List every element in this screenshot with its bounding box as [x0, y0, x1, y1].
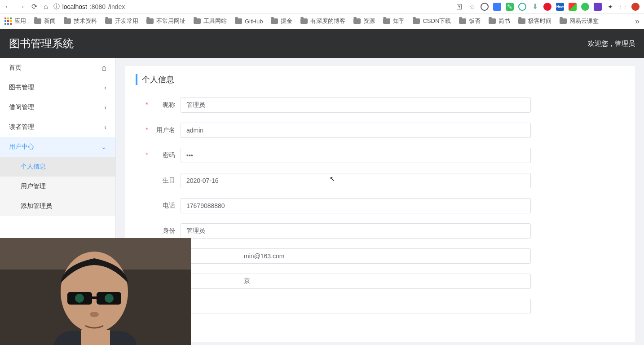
label-role: 身份	[136, 227, 181, 235]
label-nick: 昵称	[136, 101, 181, 109]
app-title: 图书管理系统	[9, 36, 74, 51]
phone-input[interactable]	[181, 198, 531, 213]
download-icon[interactable]: ⬇	[531, 3, 539, 11]
welcome-text: 欢迎您，管理员	[588, 40, 635, 48]
label-phone: 电话	[136, 202, 181, 210]
bookmark-blogs[interactable]: 有深度的博客	[300, 17, 345, 25]
bookmark-tools[interactable]: 工具网站	[194, 17, 227, 25]
info-icon: ⓘ	[53, 3, 60, 11]
bookmark-csdn[interactable]: CSDN下载	[413, 17, 451, 25]
main-content: 个人信息 昵称 用户名 密码 生日 电话 身份	[116, 58, 644, 345]
nick-input[interactable]	[181, 97, 531, 113]
chevron-left-icon: ‹	[104, 84, 106, 91]
role-input[interactable]	[181, 223, 531, 239]
reload-icon[interactable]: ⟳	[31, 3, 37, 10]
bookmark-juejin[interactable]: 掘金	[271, 17, 292, 25]
chevron-left-icon: ‹	[104, 124, 106, 131]
bookmark-dev[interactable]: 开发常用	[105, 17, 138, 25]
ext-icon-7[interactable]: ⋮⋮	[619, 3, 627, 11]
sidebar-sub-addadmin[interactable]: 添加管理员	[0, 196, 115, 216]
sidebar-sub-profile[interactable]: 个人信息	[0, 157, 115, 177]
sidebar-sub-usermgmt[interactable]: 用户管理	[0, 177, 115, 196]
extra-input[interactable]	[181, 299, 531, 314]
bookmark-geektime[interactable]: 极客时间	[518, 17, 551, 25]
url-path: /index	[108, 3, 125, 10]
bookmark-tech[interactable]: 技术资料	[64, 17, 97, 25]
bookmark-zhihu[interactable]: 知乎	[383, 17, 405, 25]
weibo-icon[interactable]	[543, 3, 551, 11]
bookmark-fanfou[interactable]: 饭否	[459, 17, 481, 25]
toolbar-right: ⚿ ☆ ✎ ⬇ New ✦ ⋮⋮	[455, 3, 640, 11]
sidebar-item-borrow[interactable]: 借阅管理 ‹	[0, 97, 115, 117]
chevron-left-icon: ‹	[104, 104, 106, 111]
webcam-overlay	[0, 238, 191, 345]
email-input[interactable]	[181, 248, 531, 264]
svg-rect-9	[81, 330, 110, 345]
bookmark-rare[interactable]: 不常用网址	[146, 17, 185, 25]
key-icon[interactable]: ⚿	[455, 3, 463, 11]
label-username: 用户名	[136, 126, 181, 134]
sidebar-item-readers[interactable]: 读者管理 ‹	[0, 117, 115, 137]
ext-icon-4[interactable]	[569, 3, 577, 11]
bookmark-netease[interactable]: 网易云课堂	[560, 17, 599, 25]
bookmark-resources[interactable]: 资源	[353, 17, 375, 25]
sidebar-item-usercenter[interactable]: 用户中心 ⌄	[0, 137, 115, 157]
sidebar-item-home[interactable]: 首页 ⌂	[0, 58, 115, 78]
bookmarks-bar: 应用 新闻 技术资料 开发常用 不常用网址 工具网站 GitHub 掘金 有深度…	[0, 13, 644, 29]
evernote-icon[interactable]: ✎	[506, 3, 514, 11]
profile-card: 个人信息 昵称 用户名 密码 生日 电话 身份	[125, 66, 635, 342]
app-header: 图书管理系统 欢迎您，管理员	[0, 29, 644, 58]
username-input[interactable]	[181, 123, 531, 138]
sidebar-item-books[interactable]: 图书管理 ‹	[0, 78, 115, 97]
bookmark-apps[interactable]: 应用	[4, 17, 26, 25]
chevron-down-icon: ⌄	[101, 143, 106, 150]
page-title: 个人信息	[136, 74, 624, 85]
label-password: 密码	[136, 151, 181, 159]
ext-icon-1[interactable]	[481, 3, 489, 11]
browser-toolbar: ← → ⟳ ⌂ ⓘ localhost:8080/index ⚿ ☆ ✎ ⬇ N…	[0, 0, 644, 13]
bookmark-github[interactable]: GitHub	[235, 18, 263, 25]
ext-icon-3[interactable]	[518, 3, 526, 11]
bookmarks-overflow[interactable]: »	[635, 17, 640, 26]
address-input[interactable]	[181, 274, 531, 289]
label-birthday: 生日	[136, 177, 181, 185]
home-nav-icon: ⌂	[101, 63, 106, 73]
password-input[interactable]	[181, 148, 531, 163]
svg-point-6	[75, 294, 84, 303]
address-bar[interactable]: ⓘ localhost:8080/index	[53, 3, 125, 11]
url-host: localhost	[62, 3, 87, 10]
svg-point-7	[105, 294, 114, 303]
bookmark-news[interactable]: 新闻	[34, 17, 56, 25]
ext-icon-2[interactable]	[493, 3, 501, 11]
extensions-icon[interactable]: ✦	[606, 3, 614, 11]
ext-icon-new[interactable]: New	[556, 3, 564, 11]
svg-rect-5	[92, 296, 97, 299]
ext-icon-8[interactable]	[631, 3, 640, 11]
bookmark-jianshu[interactable]: 简书	[489, 17, 510, 25]
ext-icon-5[interactable]	[581, 3, 589, 11]
url-port: :8080	[90, 3, 106, 10]
birthday-input[interactable]	[181, 173, 531, 188]
ext-icon-6[interactable]	[594, 3, 602, 11]
home-icon[interactable]: ⌂	[44, 3, 48, 10]
svg-point-8	[90, 312, 99, 317]
star-icon[interactable]: ☆	[468, 3, 476, 11]
back-icon[interactable]: ←	[4, 3, 12, 10]
forward-icon[interactable]: →	[18, 3, 25, 10]
